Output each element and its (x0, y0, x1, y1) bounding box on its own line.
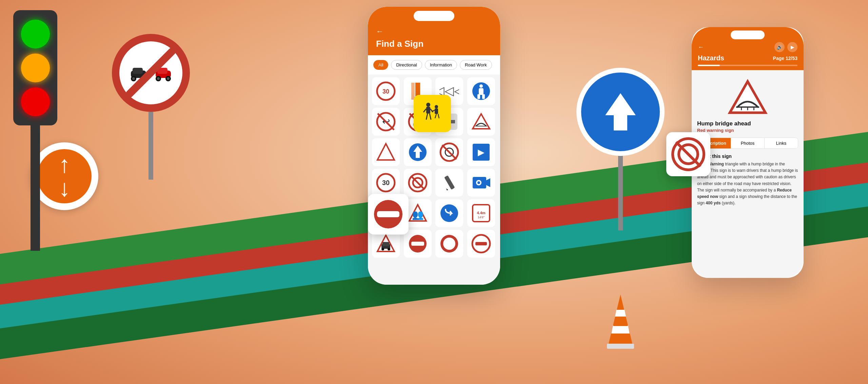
svg-line-95 (438, 114, 439, 118)
no-entry-sign-svg (373, 199, 403, 229)
sign-cell-turn-arrow[interactable] (435, 199, 463, 227)
floating-children-sign[interactable] (414, 95, 451, 132)
floating-no-entry[interactable] (368, 194, 409, 235)
phone-screen-main: ← Find a Sign All Directional Informatio… (368, 7, 500, 285)
svg-marker-13 (605, 93, 636, 130)
sign-cell-no-motor[interactable] (435, 138, 463, 166)
children-sign-svg (419, 100, 446, 127)
blue-arrow-icon (598, 90, 643, 134)
play-button[interactable]: ▶ (787, 42, 797, 52)
hump-bridge-sign-image (727, 79, 768, 115)
svg-marker-17 (615, 310, 626, 317)
svg-point-58 (477, 181, 480, 184)
blue-arrow-circle (576, 68, 665, 156)
header-icons: 🔊 ▶ (774, 42, 797, 52)
svg-point-91 (435, 105, 438, 108)
tab-information[interactable]: Information (425, 60, 457, 70)
svg-line-87 (423, 109, 426, 112)
sign-cell-30zone[interactable]: 30 (372, 169, 400, 197)
traffic-cone (604, 291, 637, 350)
sign-name-main: Hump bridge ahead (697, 120, 798, 127)
sign-cell-ahead-only[interactable] (404, 138, 432, 166)
sign-cell-no-left[interactable]: ↩ (372, 108, 400, 136)
no-overtaking-pole (149, 112, 153, 180)
sign-cell-hump-bridge-grid[interactable] (467, 108, 495, 136)
svg-line-94 (435, 114, 436, 118)
back-button-main[interactable]: ← (376, 27, 492, 36)
secondary-header-row: Hazards Page 12/53 (698, 54, 797, 62)
sign-cell-extra[interactable] (467, 230, 495, 258)
svg-marker-16 (611, 325, 630, 334)
svg-point-74 (381, 248, 384, 250)
svg-rect-81 (475, 242, 487, 245)
two-way-arrows: ↑ ↓ (59, 153, 71, 200)
svg-marker-54 (446, 188, 448, 190)
svg-line-89 (426, 114, 428, 120)
svg-rect-86 (426, 107, 430, 114)
svg-marker-56 (486, 178, 490, 187)
tab-all[interactable]: All (373, 60, 388, 70)
traffic-light-green (21, 20, 50, 48)
svg-rect-97 (377, 211, 399, 217)
about-text: A red Warning triangle with a hump bridg… (697, 161, 798, 206)
two-way-inner: ↑ ↓ (37, 149, 92, 203)
phone-notch-main (414, 11, 454, 21)
section-title: Hazards (698, 54, 724, 62)
phone-main: ← Find a Sign All Directional Informatio… (368, 7, 500, 285)
about-title: About this sign (697, 154, 798, 159)
sign-cell-height[interactable]: 4.4m 14'6" (467, 199, 495, 227)
page-title-main: Find a Sign (376, 39, 492, 49)
svg-marker-18 (613, 325, 628, 326)
svg-rect-14 (607, 344, 634, 349)
blue-arrow-sign (576, 68, 665, 230)
no-overtaking-circle (112, 34, 190, 112)
svg-rect-53 (444, 175, 455, 189)
svg-text:30: 30 (382, 88, 389, 95)
progress-bar (698, 65, 797, 66)
svg-marker-40 (377, 144, 394, 160)
traffic-light-red (21, 87, 50, 116)
svg-rect-77 (411, 242, 424, 246)
svg-point-79 (443, 238, 455, 250)
two-way-sign: ↑ ↓ (31, 142, 98, 210)
progress-bar-fill (698, 65, 720, 66)
cone-svg (604, 291, 637, 349)
svg-point-75 (388, 248, 390, 250)
no-entry-line (119, 41, 182, 104)
svg-text:30: 30 (382, 179, 390, 186)
sign-cell-pedestrian-blue[interactable] (467, 77, 495, 105)
sign-cell-speed30[interactable]: 30 (372, 77, 400, 105)
tab-photos[interactable]: Photos (731, 138, 765, 148)
svg-line-88 (430, 109, 433, 112)
phone-notch-secondary (731, 31, 765, 39)
two-way-circle: ↑ ↓ (31, 142, 98, 210)
svg-point-85 (426, 103, 430, 107)
svg-marker-38 (473, 114, 490, 129)
svg-rect-26 (479, 88, 484, 95)
sign-cell-pencil[interactable] (435, 169, 463, 197)
sign-detail-image (697, 79, 798, 115)
svg-text:14'6": 14'6" (478, 216, 485, 219)
floating-no-stopping[interactable] (666, 132, 710, 176)
svg-marker-15 (609, 295, 632, 344)
sign-cell-blue-rect[interactable]: ▶ (467, 138, 495, 166)
detail-tabs: Description Photos Links (697, 138, 798, 149)
back-button-secondary[interactable]: ← (698, 44, 704, 51)
sign-cell-no-stopping-grid[interactable] (404, 169, 432, 197)
tab-links[interactable]: Links (765, 138, 798, 148)
sign-cell-red-circle[interactable] (435, 230, 463, 258)
sign-cell-speed-camera[interactable] (467, 169, 495, 197)
blue-arrow-pole (618, 156, 623, 230)
svg-rect-73 (382, 242, 389, 246)
traffic-light-pole (31, 122, 40, 251)
svg-line-90 (430, 114, 431, 120)
filter-tabs: All Directional Information Road Work (368, 55, 500, 75)
tab-road-work[interactable]: Road Work (460, 60, 492, 70)
sign-name-sub: Red warning sign (697, 128, 798, 133)
sign-cell-warning-triangle[interactable] (372, 138, 400, 166)
tab-directional[interactable]: Directional (391, 60, 422, 70)
sound-button[interactable]: 🔊 (774, 42, 785, 52)
no-overtaking-sign (112, 34, 190, 180)
svg-rect-92 (435, 108, 438, 114)
svg-rect-28 (482, 94, 485, 99)
